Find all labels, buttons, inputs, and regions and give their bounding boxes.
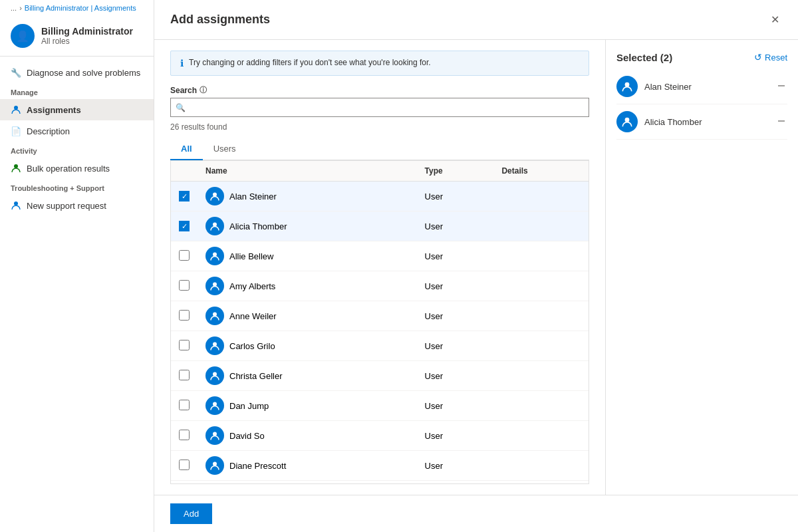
add-assignments-modal: Add assignments ✕ ℹ Try changing or addi…	[154, 0, 798, 532]
tab-users[interactable]: Users	[203, 138, 247, 160]
type-cell: User	[417, 391, 494, 421]
assignments-icon	[11, 104, 21, 115]
user-avatar	[205, 396, 224, 415]
details-cell	[493, 271, 589, 301]
type-cell: User	[417, 361, 494, 391]
add-button[interactable]: Add	[170, 503, 212, 524]
sidebar-item-support[interactable]: New support request	[0, 195, 154, 216]
breadcrumb-dots[interactable]: ...	[11, 4, 17, 12]
search-input[interactable]	[170, 98, 589, 117]
sidebar-item-support-label: New support request	[27, 201, 106, 211]
name-cell: Christa Geller	[198, 361, 417, 391]
user-name: Anne Weiler	[229, 311, 277, 321]
table-row: Anne Weiler User	[171, 301, 589, 331]
sidebar-item-assignments[interactable]: Assignments	[0, 99, 154, 120]
info-text: Try changing or adding filters if you do…	[189, 58, 431, 67]
user-cell: Dan Jump	[205, 396, 409, 415]
svg-point-10	[213, 402, 217, 406]
user-name: Amy Alberts	[229, 281, 275, 291]
users-table-container[interactable]: Name Type Details ✓ Alan Steiner User✓	[170, 160, 589, 484]
user-cell: Alan Steiner	[205, 187, 409, 205]
tab-all[interactable]: All	[170, 138, 203, 160]
table-row: ✓ Alan Steiner User	[171, 182, 589, 211]
svg-point-2	[14, 201, 18, 205]
user-name: Alicia Thomber	[229, 221, 287, 231]
sidebar-item-description[interactable]: 📄 Description	[0, 120, 154, 142]
details-cell	[493, 331, 589, 361]
details-cell	[493, 451, 589, 481]
breadcrumb[interactable]: ... › Billing Administrator | Assignment…	[0, 0, 154, 16]
modal-close-button[interactable]: ✕	[768, 11, 782, 29]
delete-selected-user-button[interactable]	[775, 80, 787, 94]
selected-user-name: Alan Steiner	[644, 82, 769, 92]
support-icon	[11, 200, 21, 211]
checkbox-unchecked[interactable]	[179, 430, 190, 440]
checkbox-cell	[171, 241, 198, 271]
details-cell	[493, 301, 589, 331]
svg-point-4	[213, 223, 217, 227]
bulk-icon	[11, 163, 21, 174]
support-section-label: Troubleshooting + Support	[0, 179, 154, 195]
details-cell	[493, 182, 589, 211]
modal-body: ℹ Try changing or adding filters if you …	[154, 40, 798, 495]
name-cell: Alicia Thomber	[198, 211, 417, 241]
svg-point-9	[213, 372, 217, 376]
selected-user-avatar	[616, 76, 638, 97]
modal-title: Add assignments	[170, 13, 270, 27]
col-details: Details	[493, 161, 589, 182]
checkbox-unchecked[interactable]	[179, 310, 190, 321]
sidebar-title-group: Billing Administrator All roles	[41, 26, 133, 46]
type-cell: User	[417, 451, 494, 481]
svg-point-5	[213, 253, 217, 257]
sidebar-item-assignments-label: Assignments	[27, 105, 81, 115]
checkbox-cell: ✓	[171, 211, 198, 241]
user-avatar	[205, 336, 224, 355]
user-cell: Anne Weiler	[205, 307, 409, 325]
search-help-icon: ⓘ	[200, 85, 207, 95]
sidebar-header: 👤 Billing Administrator All roles	[0, 16, 154, 57]
breadcrumb-link[interactable]: Billing Administrator | Assignments	[25, 4, 136, 12]
table-row: Christa Geller User	[171, 361, 589, 391]
sidebar-item-bulk-label: Bulk operation results	[27, 164, 110, 174]
svg-point-8	[213, 342, 217, 346]
name-cell: David So	[198, 421, 417, 451]
details-cell	[493, 391, 589, 421]
sidebar-avatar: 👤	[11, 24, 35, 48]
col-checkbox	[171, 161, 198, 182]
user-avatar	[205, 426, 224, 445]
sidebar-item-description-label: Description	[27, 126, 70, 136]
checkbox-unchecked[interactable]	[179, 400, 190, 410]
sidebar-item-diagnose-label: Diagnose and solve problems	[27, 68, 140, 78]
checkbox-unchecked[interactable]	[179, 250, 190, 261]
user-cell: Christa Geller	[205, 366, 409, 385]
user-cell: Allie Bellew	[205, 247, 409, 265]
user-name: David So	[229, 431, 265, 441]
manage-section-label: Manage	[0, 83, 154, 99]
checkbox-checked[interactable]: ✓	[179, 221, 190, 231]
results-count: 26 results found	[170, 122, 589, 132]
sidebar-item-diagnose[interactable]: 🔧 Diagnose and solve problems	[0, 62, 154, 83]
info-banner: ℹ Try changing or adding filters if you …	[170, 51, 589, 76]
sidebar-nav: 🔧 Diagnose and solve problems Manage Ass…	[0, 57, 154, 532]
type-cell: User	[417, 182, 494, 211]
checkbox-cell	[171, 451, 198, 481]
table-row: Amy Alberts User	[171, 271, 589, 301]
user-avatar	[205, 456, 224, 475]
reset-button[interactable]: ↺ Reset	[754, 51, 787, 64]
selected-user-item: Alan Steiner	[616, 69, 787, 104]
search-label: Search ⓘ	[170, 85, 589, 95]
name-cell: Alan Steiner	[198, 182, 417, 211]
checkbox-cell	[171, 421, 198, 451]
user-cell: David So	[205, 426, 409, 445]
type-cell: User	[417, 211, 494, 241]
sidebar-item-bulk[interactable]: Bulk operation results	[0, 158, 154, 179]
checkbox-unchecked[interactable]	[179, 340, 190, 350]
checkbox-unchecked[interactable]	[179, 460, 190, 470]
delete-selected-user-button[interactable]	[775, 115, 787, 129]
name-cell: Amy Alberts	[198, 271, 417, 301]
selected-user-item: Alicia Thomber	[616, 104, 787, 140]
checkbox-unchecked[interactable]	[179, 370, 190, 380]
checkbox-cell	[171, 361, 198, 391]
checkbox-unchecked[interactable]	[179, 280, 190, 291]
checkbox-checked[interactable]: ✓	[179, 191, 190, 201]
